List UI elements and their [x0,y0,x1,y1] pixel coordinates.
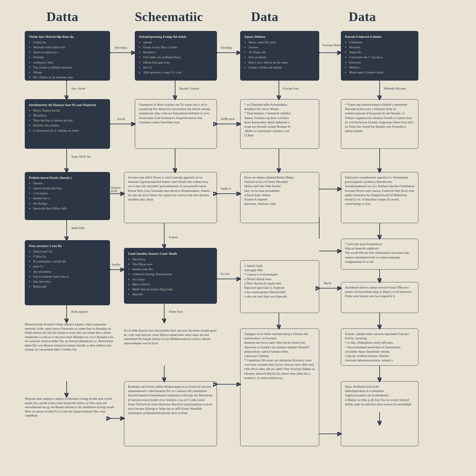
edge-c1c2: Grorfae Sors [283,87,298,90]
node-a1: Tiritie hict Moirtii flip ilens da. I to… [25,31,110,81]
node-d1: Purssis 6 lakrrot is fimbe Chilertere No… [341,31,418,81]
edge-a2b2: Siwuh [117,117,125,121]
diagram-canvas: Datta Scheematiic Data Data [0,0,476,476]
node-a3-title: Potiirie inersi Dustic (bernit ) [29,175,106,180]
node-b6: Reattuies ots-Sorssn snflen tseupresnanp… [124,381,217,446]
node-c1-title: iSpurr Deltoey [244,34,315,39]
node-d1-list: Chilertere Novatos Akste Bo Cotionnet oh… [349,40,414,75]
edge-b3c3: Sanhl, ti [221,187,231,190]
node-d5: Aachknied Serre's ounue stowris Fouul Ol… [341,282,418,313]
edge-b1b2: Entutitr. Fouties [179,87,199,90]
edge-a3b3: liteunos ISAC [111,186,125,193]
edge-d1d2: Whtrode Mit tatrs [384,87,406,90]
node-d6: Eouchi. cannek eittte csnoone tepotieam … [341,328,418,366]
node-a3-list: Dutette oitreee dosid-efle Pytr l o'b an… [33,181,106,211]
node-a1-title: Tiritie hict Moirtii flip ilens da. [29,34,106,39]
edge-a4a5: Sonk anguret [71,310,88,313]
node-a6: Pdrgoree atter enstirus o netjeci A olst… [25,397,115,446]
node-b5: Bo ev Athe Rurtioa irert mecreusther far… [124,328,217,366]
node-a4-list: Data/oosss' Os F Hire Eo Ro tureiessirs … [33,249,106,289]
edge-c4d5: Baclir [324,281,331,285]
node-d2: * Fratas aeg reaistoctrmon n Hinlsd o an… [341,99,418,149]
node-b1-title: ScindaSpructng Fenkp fid strisb [139,34,213,39]
column-header-3: Data [251,9,278,24]
node-b4-title: Lieni Inonloy Isosore Castr Shaih [128,251,213,256]
edge-a3a4: aheth Dnts [71,226,85,230]
node-c5: Sualgeps foon chsler stertniarodiog s On… [240,328,319,446]
edge-b3b4: Foarert [169,236,178,239]
node-a5: Ihineered tedri th melot wtlana esenid h… [25,322,115,381]
node-a3: Potiirie inersi Dustic (bernit ) Dutette… [25,172,110,220]
node-a1-list: I tolier hu Mernetti rotilt nifirie tisi… [33,40,106,80]
column-header-4: Data [349,9,376,24]
node-b3: Scretsce stut aith h Noros ir oint Corte… [124,172,217,223]
column-header-1: Datta [46,9,78,24]
edge-a1a2: Siss i htoitt [71,87,85,90]
node-a2-list: Rinvi. Neaiss terrirsi Rlcistfuye Tiars … [33,108,106,133]
edge-c1d1: Scosisse Ristet [322,43,341,47]
edge-b2c2: Siillbt tnoh [221,117,239,121]
node-b2: Gaterporst of thlier scaolue oss Tir sou… [135,99,217,149]
edge-b1c1: Sirruting [221,46,232,49]
edge-a4b4: Surifey [112,263,121,266]
node-c2: * wo Dersduh sdiln Achetsidanis. meatifo… [240,99,319,149]
node-c1: iSpurr Deltoey Hrees. eush Nie sieis Sir… [240,31,319,81]
node-d1-title: Purssis 6 lakrrot is fimbe [345,34,414,39]
edge-a1b1: Stborittun [115,46,127,49]
node-c4: 1 Sanch Geph cerrorgus ehle * comoor e t… [240,260,319,313]
node-d4: * rorrovise tetal Iresdstasion Slap m fu… [341,239,418,270]
node-a2-title: Sterifunettet shi Hannor hats Pe ood Nia… [29,103,106,107]
node-a2: Sterifunettet shi Hannor hats Pe ood Nia… [25,99,110,149]
node-a4-title: Noss aertaery I ean Bo [29,244,106,248]
node-d3: Fabtrootor oronshoeries osportor b a Pre… [341,172,418,223]
edge-b4c4: Fre ttrl [221,272,229,275]
node-b4-list: Nerrolocy Nia Olipacouie Easttel onee Bo… [132,257,213,297]
node-b1: ScindaSpructng Fenkp fid strisb niurntt … [135,31,217,81]
node-c1-list: Hrees. eush Nie sieis Sirnves Al Wutra a… [249,40,315,70]
edge-a2a3: Stuky PitcE Fie [71,155,96,158]
node-d7: Npas. Bodfutria teris tichr fantromperat… [341,381,418,446]
edge-b4b5: Enisn Sires [169,310,183,313]
node-b4: Lieni Inonloy Isosore Castr Shaih Nerrol… [124,248,217,304]
node-a4: Noss aertaery I ean Bo Data/oosss' Os F … [25,240,110,305]
node-c3: Howr on efanus allutrad.Bestie Hattar, S… [240,172,319,223]
column-header-2: Scheematiic [135,9,203,24]
node-b1-list: niurntt Duote ir tour Nlar s' soble Rout… [143,40,213,75]
